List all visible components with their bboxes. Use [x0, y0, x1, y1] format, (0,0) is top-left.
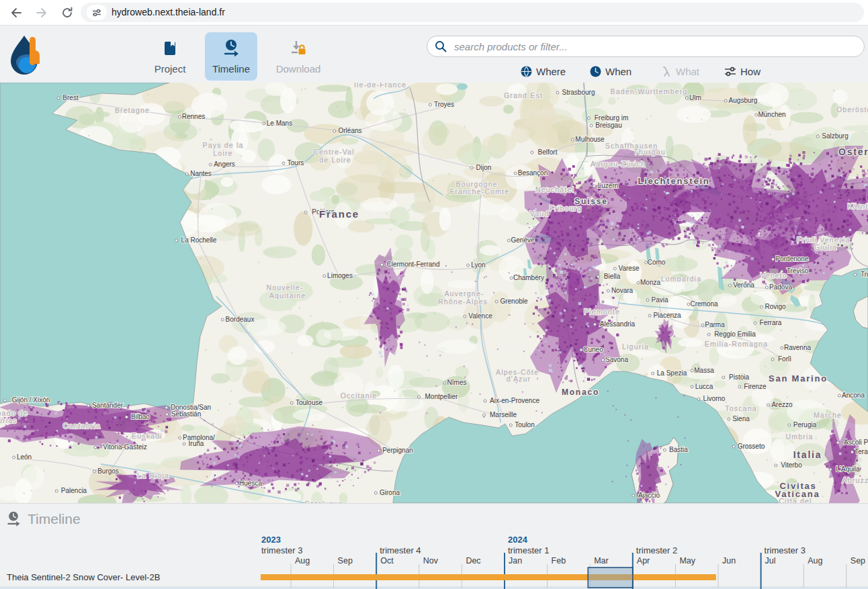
map-city-dot: [55, 490, 58, 492]
map-city-label: Toulon: [515, 421, 534, 428]
hydroweb-logo[interactable]: [9, 34, 42, 76]
map-city-label: Aix-en-Provence: [490, 397, 539, 404]
map-city-dot: [854, 273, 857, 276]
clock-icon: [590, 66, 601, 77]
map-city-label: Orléans: [338, 127, 361, 134]
map-region-label: d'Azur: [507, 375, 531, 383]
map-city-dot: [648, 314, 651, 317]
map-city-dot: [593, 185, 595, 187]
map-region-label: La Rioja: [137, 471, 169, 480]
map-city-label: Grenoble: [500, 298, 528, 305]
url-bar[interactable]: hydroweb.next.theia-land.fr: [81, 3, 864, 22]
map-city-dot: [333, 130, 336, 132]
map-city-label: Savona: [605, 356, 628, 363]
map-city-dot: [443, 381, 446, 384]
map-city-dot: [691, 369, 693, 372]
map-city-dot: [607, 289, 609, 292]
timeline-month-label: Oct: [380, 556, 394, 565]
map-city-label: Burgos: [97, 467, 119, 475]
map-city-dot: [728, 418, 730, 420]
browser-toolbar: hydroweb.next.theia-land.fr: [0, 0, 868, 26]
map-city-label: Ulm: [689, 94, 701, 101]
map-city-label: Le Mans: [267, 120, 292, 127]
map-city-dot: [685, 97, 688, 99]
map-region-label: Rhône-Alpes: [438, 298, 488, 306]
timeline-section-title: Timeline: [28, 511, 81, 527]
map-city-label: Ferrara: [760, 319, 782, 326]
map-city-dot: [765, 286, 768, 289]
timeline-year-label: 2024: [508, 535, 528, 545]
coverage-bar[interactable]: [261, 574, 716, 580]
tab-timeline[interactable]: Timeline: [205, 32, 257, 81]
timeline-trimester-label: trimester 3: [261, 545, 302, 555]
filter-how[interactable]: How: [724, 64, 761, 79]
timeline-month-label: Sep: [851, 556, 865, 565]
map-city-dot: [571, 138, 574, 141]
back-icon[interactable]: [9, 6, 23, 19]
map-city-dot: [590, 124, 593, 127]
map-city-label: Treviso: [787, 267, 809, 275]
download-lock-icon: [290, 36, 307, 60]
map-city-dot: [728, 284, 731, 287]
map-city-label: Bordeaux: [226, 316, 255, 323]
map-city-dot: [724, 99, 727, 102]
map-city-label: Alessandria: [600, 320, 636, 328]
map-city-label: Viterbo: [781, 461, 802, 469]
tab-project[interactable]: Project: [144, 32, 196, 81]
map-city-dot: [788, 424, 791, 426]
map-city-label: Cuneo: [583, 346, 603, 353]
map-city-dot: [707, 333, 710, 336]
map-region-label: Occitanie: [341, 392, 378, 400]
map-city-dot: [509, 424, 512, 426]
map-city-dot: [166, 413, 169, 416]
map-city-label: Bastia: [669, 446, 688, 453]
map-city-dot: [722, 376, 725, 379]
map-region-label: Umbria: [785, 433, 813, 441]
map-city-dot: [645, 261, 648, 264]
map-city-dot: [467, 264, 470, 267]
search-bar[interactable]: [427, 36, 865, 57]
forward-icon[interactable]: [35, 6, 48, 19]
timeline-section-icon: [5, 511, 21, 527]
map-city-label: León: [17, 453, 32, 461]
map-city-label: Valence: [468, 312, 492, 320]
map-city-dot: [179, 437, 181, 439]
map-city-label: Brest: [62, 94, 79, 101]
filter-what-label: What: [676, 66, 699, 77]
map-city-label: Sebastián: [171, 410, 201, 418]
map-city-label: L'Aquila: [836, 465, 860, 473]
search-input[interactable]: [453, 40, 856, 53]
map-city-dot: [732, 445, 735, 448]
timeline-row-label: Theia Sentinel-2 Snow Cover- Level-2B: [7, 572, 160, 582]
map-city-label: Pistoia: [729, 373, 749, 381]
globe-icon: [521, 66, 532, 77]
timeline-selection[interactable]: [588, 568, 633, 588]
map-city-dot: [760, 306, 763, 308]
map-city-label: Strasbourg: [562, 89, 595, 96]
map-city-label: Genève: [511, 236, 534, 244]
map-city-dot: [125, 416, 128, 418]
timeline-month-label: Aug: [295, 556, 310, 565]
map-city-dot: [323, 275, 326, 277]
map-city-dot: [484, 400, 486, 402]
map-city-dot: [836, 441, 839, 444]
map-region-label: Asturias: [0, 416, 17, 424]
site-settings-icon[interactable]: [87, 5, 107, 20]
map-city-dot: [417, 396, 420, 398]
filter-what[interactable]: What: [662, 64, 699, 79]
filter-when[interactable]: When: [590, 64, 632, 79]
map-city-label: La Spezia: [657, 369, 687, 377]
reload-icon[interactable]: [60, 6, 74, 19]
filter-where[interactable]: Where: [521, 64, 566, 79]
filter-when-label: When: [605, 66, 632, 77]
map-city-label: Forlì: [778, 355, 791, 363]
map-city-label: Ajaccio: [638, 492, 660, 499]
tab-download[interactable]: Download: [272, 32, 324, 81]
map-country-label: San Marino: [769, 373, 828, 383]
map-city-label: Clermont-Ferrand: [387, 261, 440, 268]
map-city-dot: [601, 359, 604, 361]
map-city-dot: [687, 303, 690, 306]
map[interactable]: BrestRennesLe MansOrléansTroyesStrasbour…: [0, 83, 868, 503]
map-region-label: Île-de-France: [353, 83, 406, 89]
map-city-label: Monza: [640, 279, 660, 286]
